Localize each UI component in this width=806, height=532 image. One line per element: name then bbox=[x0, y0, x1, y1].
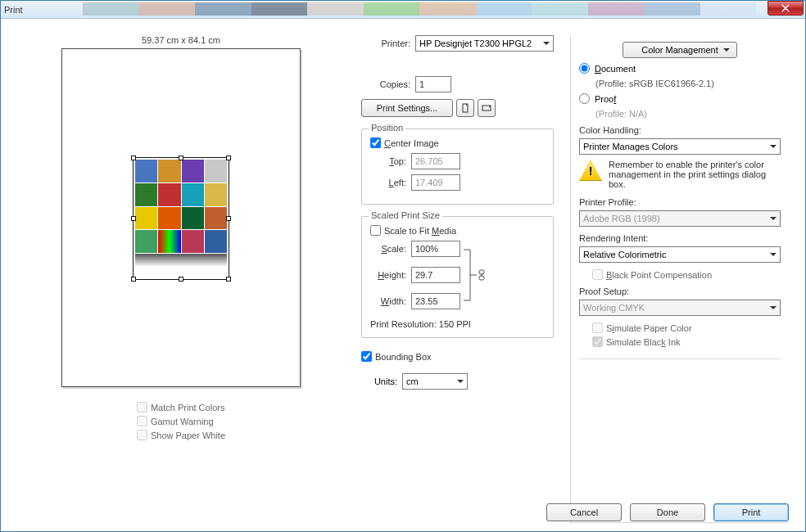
color-management-dropdown[interactable]: Color Management bbox=[623, 42, 737, 58]
show-paper-white-checkbox[interactable]: Show Paper White bbox=[137, 430, 225, 440]
print-settings-button[interactable]: Print Settings... bbox=[361, 99, 453, 117]
resize-handle[interactable] bbox=[131, 156, 136, 160]
width-label: Width: bbox=[370, 296, 406, 306]
center-image-checkbox[interactable]: Center Image bbox=[370, 138, 545, 148]
scale-input[interactable]: 100% bbox=[411, 241, 460, 257]
document-profile: (Profile: sRGB IEC61966-2.1) bbox=[595, 79, 781, 88]
resize-handle[interactable] bbox=[226, 156, 231, 160]
proof-setup-select: Working CMYK bbox=[579, 300, 781, 316]
settings-panel: Printer: HP Designjet T2300 HPGL2 Copies… bbox=[361, 35, 554, 523]
resize-handle[interactable] bbox=[226, 277, 231, 282]
titlebar-bg bbox=[83, 2, 756, 16]
top-label: Top: bbox=[370, 156, 406, 166]
close-button[interactable] bbox=[768, 1, 804, 16]
left-label: Left: bbox=[370, 178, 406, 187]
printer-profile-label: Printer Profile: bbox=[579, 197, 781, 207]
paper-preview[interactable] bbox=[61, 48, 301, 387]
landscape-button[interactable] bbox=[478, 99, 496, 117]
resize-handle[interactable] bbox=[131, 216, 136, 221]
rendering-intent-label: Rendering Intent: bbox=[579, 233, 781, 243]
match-print-colors-checkbox[interactable]: Match Print Colors bbox=[137, 402, 225, 413]
position-legend: Position bbox=[369, 123, 405, 133]
print-button[interactable]: Print bbox=[713, 503, 789, 521]
warning-icon bbox=[579, 160, 602, 181]
chain-link-icon[interactable] bbox=[477, 269, 487, 281]
dialog-body: 59.37 cm x 84.1 cm bbox=[1, 19, 805, 531]
copies-label: Copies: bbox=[361, 79, 410, 89]
black-point-compensation-checkbox[interactable]: Black Point Compensation bbox=[592, 269, 781, 280]
image-bounding-box[interactable] bbox=[133, 157, 229, 280]
color-handling-select[interactable]: Printer Manages Colors bbox=[579, 138, 781, 155]
top-input[interactable]: 26.705 bbox=[411, 153, 460, 169]
dialog-footer: Cancel Done Print bbox=[546, 503, 789, 521]
units-select[interactable]: cm bbox=[402, 373, 468, 390]
printer-profile-select: Adobe RGB (1998) bbox=[579, 210, 781, 227]
width-input[interactable]: 23.55 bbox=[411, 293, 460, 309]
close-icon bbox=[781, 4, 790, 12]
scale-label: Scale: bbox=[370, 244, 406, 254]
proof-radio[interactable]: Proof bbox=[579, 93, 781, 104]
simulate-paper-color-checkbox[interactable]: Simulate Paper Color bbox=[592, 322, 781, 333]
scaled-legend: Scaled Print Size bbox=[369, 210, 442, 220]
resize-handle[interactable] bbox=[179, 277, 183, 282]
simulate-black-ink-checkbox[interactable]: Simulate Black Ink bbox=[592, 336, 781, 347]
print-dialog: Print 59.37 cm x 84.1 cm bbox=[0, 0, 806, 532]
paper-size-label: 59.37 cm x 84.1 cm bbox=[142, 35, 220, 45]
height-label: Height: bbox=[370, 270, 406, 280]
resize-handle[interactable] bbox=[226, 216, 231, 221]
document-radio[interactable]: Document bbox=[579, 63, 781, 74]
printer-label: Printer: bbox=[361, 38, 410, 48]
landscape-icon bbox=[482, 103, 491, 113]
units-label: Units: bbox=[361, 376, 397, 386]
window-title: Print bbox=[4, 5, 23, 15]
left-input[interactable]: 17.409 bbox=[411, 174, 460, 191]
height-input[interactable]: 29.7 bbox=[411, 267, 460, 283]
printer-select[interactable]: HP Designjet T2300 HPGL2 bbox=[415, 35, 554, 52]
scale-to-fit-checkbox[interactable]: Scale to Fit Media bbox=[370, 225, 545, 236]
proof-profile: (Profile: N/A) bbox=[595, 109, 781, 119]
titlebar[interactable]: Print bbox=[1, 1, 805, 19]
copies-input[interactable]: 1 bbox=[415, 76, 451, 92]
portrait-button[interactable] bbox=[456, 99, 474, 117]
proof-setup-label: Proof Setup: bbox=[579, 286, 781, 296]
preview-image bbox=[135, 160, 227, 277]
scaled-size-fieldset: Scaled Print Size Scale to Fit Media Sca… bbox=[361, 216, 554, 338]
portrait-icon bbox=[460, 103, 470, 113]
gamut-warning-checkbox[interactable]: Gamut Warning bbox=[137, 416, 225, 426]
preview-panel: 59.37 cm x 84.1 cm bbox=[17, 35, 345, 523]
color-management-panel: Color Management Document (Profile: sRGB… bbox=[570, 35, 789, 523]
print-resolution-label: Print Resolution: 150 PPI bbox=[370, 319, 545, 329]
resize-handle[interactable] bbox=[179, 156, 183, 160]
warning-text: Remember to enable the printer's color m… bbox=[609, 160, 781, 189]
resize-handle[interactable] bbox=[131, 277, 136, 282]
done-button[interactable]: Done bbox=[630, 503, 705, 521]
bounding-box-checkbox[interactable]: Bounding Box bbox=[361, 351, 554, 362]
cancel-button[interactable]: Cancel bbox=[546, 503, 622, 521]
position-fieldset: Position Center Image Top: 26.705 Left: … bbox=[361, 128, 554, 205]
rendering-intent-select[interactable]: Relative Colorimetric bbox=[579, 246, 781, 263]
color-handling-label: Color Handling: bbox=[579, 125, 781, 135]
